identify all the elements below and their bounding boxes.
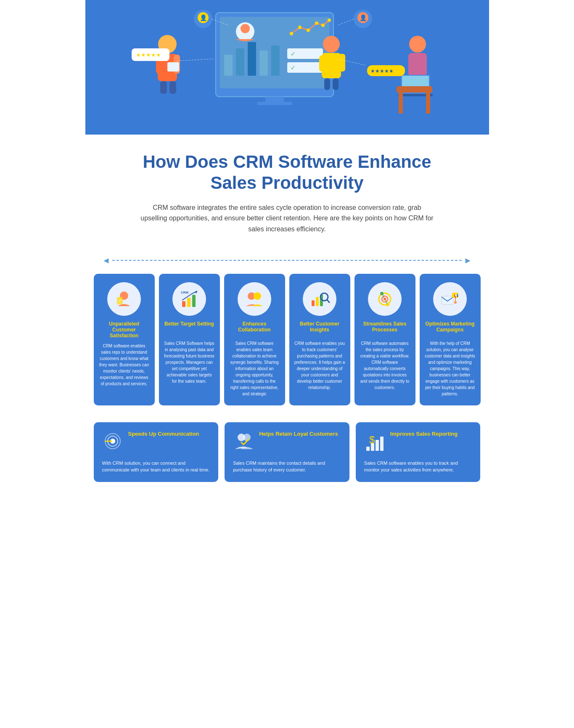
svg-rect-67 bbox=[312, 300, 315, 306]
svg-rect-92 bbox=[380, 437, 384, 451]
svg-point-74 bbox=[384, 298, 386, 300]
svg-text:★★★★★: ★★★★★ bbox=[370, 68, 394, 74]
card-b3-title: Improves Sales Reporting bbox=[390, 431, 458, 438]
svg-rect-46 bbox=[397, 86, 432, 93]
top-cards-section: ✓ Unparalleled Customer Satisfaction CRM… bbox=[85, 274, 489, 418]
svg-rect-33 bbox=[319, 56, 325, 71]
svg-point-17 bbox=[315, 21, 318, 25]
card-sales-reporting: $ Improves Sales Reporting Sales CRM sof… bbox=[356, 422, 481, 482]
card-b2-text: Sales CRM maintains the contact details … bbox=[233, 460, 341, 474]
bottom-cards-grid: Speeds Up Communication With CRM solutio… bbox=[94, 422, 481, 482]
svg-rect-89 bbox=[366, 447, 370, 451]
svg-rect-7 bbox=[248, 42, 256, 76]
svg-rect-38 bbox=[408, 53, 427, 76]
card-5-icon bbox=[368, 282, 402, 316]
svg-point-16 bbox=[307, 29, 310, 32]
card-communication: Speeds Up Communication With CRM solutio… bbox=[94, 422, 219, 482]
card-1-title: Unparalleled Customer Satisfaction bbox=[99, 321, 150, 339]
svg-rect-8 bbox=[259, 50, 268, 76]
card-5-title: Streamlines Sales Processes bbox=[360, 321, 410, 336]
svg-rect-34 bbox=[339, 54, 345, 71]
svg-rect-21 bbox=[257, 102, 292, 105]
svg-rect-27 bbox=[169, 81, 176, 94]
card-4-icon bbox=[303, 282, 336, 316]
svg-point-37 bbox=[409, 36, 426, 53]
card-4-text: CRM software enables you to track custom… bbox=[294, 340, 345, 391]
card-b1-header: Speeds Up Communication bbox=[102, 431, 210, 455]
card-sales-processes: Streamlines Sales Processes CRM software… bbox=[354, 274, 415, 405]
arrow-right-icon: ► bbox=[464, 256, 472, 265]
card-b1-title: Speeds Up Communication bbox=[128, 431, 199, 438]
card-3-icon bbox=[238, 282, 271, 316]
card-target-setting: CRM Better Target Setting Sales CRM Soft… bbox=[159, 274, 220, 405]
card-3-title: Enhances Collaboration bbox=[229, 321, 280, 336]
dotted-line bbox=[112, 260, 461, 261]
svg-rect-6 bbox=[236, 48, 244, 76]
svg-text:✓: ✓ bbox=[119, 298, 122, 303]
svg-text:CRM: CRM bbox=[181, 291, 189, 294]
svg-rect-9 bbox=[271, 45, 280, 76]
card-3-text: Sales CRM software enables sales team co… bbox=[229, 340, 280, 397]
card-5-text: CRM software automates the sales process… bbox=[360, 340, 410, 391]
svg-text:✓: ✓ bbox=[291, 64, 296, 71]
svg-text:📢: 📢 bbox=[454, 293, 459, 298]
card-2-title: Better Target Setting bbox=[164, 321, 215, 336]
svg-line-71 bbox=[327, 300, 329, 302]
svg-rect-20 bbox=[265, 97, 284, 102]
card-1-icon: ✓ bbox=[107, 282, 141, 316]
top-cards-grid: ✓ Unparalleled Customer Satisfaction CRM… bbox=[94, 274, 481, 405]
svg-rect-60 bbox=[182, 301, 185, 307]
svg-text:👤: 👤 bbox=[200, 14, 207, 21]
title-section: How Does CRM Software Enhance Sales Prod… bbox=[85, 135, 489, 256]
svg-point-19 bbox=[328, 19, 331, 22]
svg-rect-90 bbox=[371, 443, 374, 451]
svg-point-81 bbox=[454, 301, 457, 304]
svg-point-31 bbox=[323, 36, 340, 53]
svg-text:✓: ✓ bbox=[291, 50, 296, 57]
card-collaboration: Enhances Collaboration Sales CRM softwar… bbox=[224, 274, 285, 405]
svg-text:★★★★★: ★★★★★ bbox=[136, 52, 161, 58]
svg-rect-36 bbox=[333, 78, 339, 90]
card-4-title: Better Customer Insights bbox=[294, 321, 345, 336]
card-6-text: With the help of CRM solution, you can a… bbox=[425, 340, 476, 397]
main-title: How Does CRM Software Enhance Sales Prod… bbox=[119, 151, 455, 194]
svg-rect-61 bbox=[187, 298, 190, 307]
card-b1-text: With CRM solution, you can connect and c… bbox=[102, 460, 210, 474]
hero-section: ✓ ✓ ★★★★★ bbox=[85, 0, 489, 135]
card-marketing-campaigns: 📢 Optimizes Marketing Campaigns With the… bbox=[420, 274, 481, 405]
svg-text:👤: 👤 bbox=[360, 14, 367, 21]
card-loyal-customers: Helps Retain Loyal Customers Sales CRM m… bbox=[225, 422, 349, 482]
arrow-left-icon: ◄ bbox=[102, 256, 111, 265]
svg-rect-5 bbox=[224, 55, 233, 76]
subtitle: CRM software integrates the entire sales… bbox=[140, 202, 434, 235]
card-customer-satisfaction: ✓ Unparalleled Customer Satisfaction CRM… bbox=[94, 274, 155, 405]
svg-point-4 bbox=[241, 24, 250, 33]
svg-point-15 bbox=[298, 26, 302, 29]
svg-rect-35 bbox=[324, 78, 330, 90]
card-2-icon: CRM bbox=[172, 282, 206, 316]
card-b3-icon: $ bbox=[364, 431, 385, 455]
card-6-title: Optimizes Marketing Campaigns bbox=[425, 321, 476, 336]
card-2-text: Sales CRM Software helps in analysing pa… bbox=[164, 340, 215, 384]
bottom-cards-section: Speeds Up Communication With CRM solutio… bbox=[85, 418, 489, 499]
svg-point-87 bbox=[243, 434, 251, 441]
svg-rect-30 bbox=[167, 62, 179, 71]
card-6-icon: 📢 bbox=[433, 282, 467, 316]
svg-rect-68 bbox=[316, 297, 319, 306]
card-b1-icon bbox=[102, 431, 123, 455]
card-customer-insights: Better Customer Insights CRM software en… bbox=[289, 274, 350, 405]
card-b3-header: $ Improves Sales Reporting bbox=[364, 431, 472, 455]
card-b2-icon bbox=[233, 431, 254, 455]
svg-rect-26 bbox=[160, 81, 167, 94]
svg-rect-62 bbox=[192, 295, 196, 307]
card-b2-title: Helps Retain Loyal Customers bbox=[259, 431, 338, 438]
card-1-text: CRM software enables sales reps to under… bbox=[99, 343, 150, 387]
svg-point-14 bbox=[290, 32, 293, 35]
arrow-divider: ◄ ► bbox=[85, 256, 489, 265]
svg-point-18 bbox=[321, 24, 325, 27]
svg-rect-77 bbox=[442, 296, 453, 304]
svg-point-66 bbox=[254, 292, 261, 300]
svg-rect-91 bbox=[376, 440, 379, 451]
card-b2-header: Helps Retain Loyal Customers bbox=[233, 431, 341, 455]
card-b3-text: Sales CRM software enables you to track … bbox=[364, 460, 472, 474]
